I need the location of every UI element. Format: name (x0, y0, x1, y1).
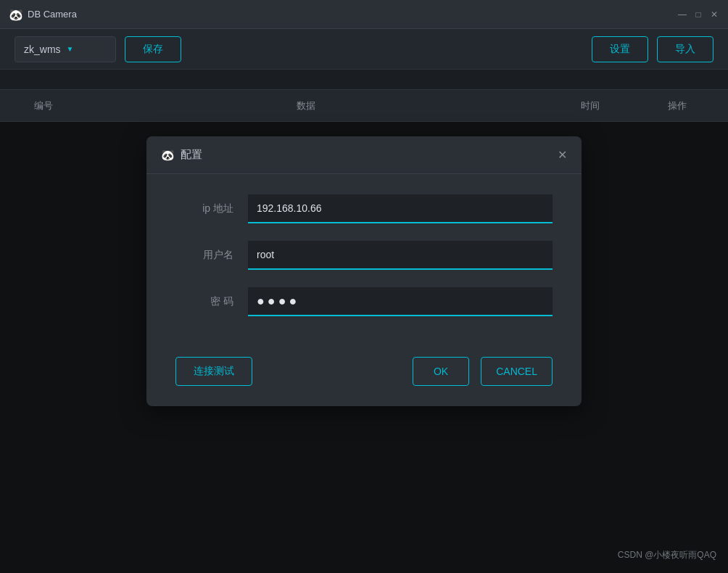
ip-input[interactable] (248, 194, 553, 223)
table-header: 编号 数据 时间 操作 (0, 90, 728, 122)
dialog-body: ip 地址 用户名 密 码 (146, 174, 582, 357)
col-action: 操作 (641, 99, 713, 112)
config-dialog: 🐼 配置 ✕ ip 地址 用户名 密 码 (146, 136, 582, 406)
window-controls: — □ ✕ (677, 9, 719, 20)
dialog-close-button[interactable]: ✕ (558, 149, 567, 161)
main-content: 🐼 配置 ✕ ip 地址 用户名 密 码 (0, 122, 728, 573)
username-input[interactable] (248, 241, 553, 270)
minimize-button[interactable]: — (677, 9, 687, 20)
username-row: 用户名 (175, 241, 553, 270)
dialog-title: 🐼 配置 (161, 148, 202, 162)
password-label: 密 码 (175, 295, 233, 308)
settings-button[interactable]: 设置 (592, 36, 648, 62)
test-connection-button[interactable]: 连接测试 (175, 357, 252, 386)
app-icon: 🐼 (9, 8, 22, 21)
save-button[interactable]: 保存 (125, 36, 181, 62)
username-label: 用户名 (175, 249, 233, 262)
cancel-button[interactable]: CANCEL (481, 357, 553, 386)
password-row: 密 码 (175, 287, 553, 316)
col-time: 时间 (539, 99, 641, 112)
maximize-button[interactable]: □ (693, 9, 703, 20)
watermark: CSDN @小楼夜听雨QAQ (618, 549, 716, 561)
import-button[interactable]: 导入 (657, 36, 713, 62)
ip-address-row: ip 地址 (175, 194, 553, 223)
dialog-footer: 连接测试 OK CANCEL (146, 357, 582, 406)
app-title: DB Camera (28, 9, 677, 20)
dialog-title-text: 配置 (181, 148, 202, 162)
dialog-icon: 🐼 (161, 149, 175, 162)
close-button[interactable]: ✕ (709, 9, 719, 20)
dialog-header: 🐼 配置 ✕ (146, 136, 582, 174)
toolbar: zk_wms ▼ 保存 设置 导入 (0, 29, 728, 70)
password-input[interactable] (248, 287, 553, 316)
db-selector[interactable]: zk_wms ▼ (15, 36, 116, 62)
col-data: 数据 (73, 99, 539, 112)
dialog-overlay: 🐼 配置 ✕ ip 地址 用户名 密 码 (0, 122, 728, 573)
title-bar: 🐼 DB Camera — □ ✕ (0, 0, 728, 29)
ip-label: ip 地址 (175, 202, 233, 215)
db-selector-label: zk_wms (24, 44, 61, 55)
sub-bar (0, 70, 728, 90)
col-number: 编号 (15, 99, 73, 112)
ok-button[interactable]: OK (413, 357, 469, 386)
chevron-down-icon: ▼ (67, 45, 74, 53)
